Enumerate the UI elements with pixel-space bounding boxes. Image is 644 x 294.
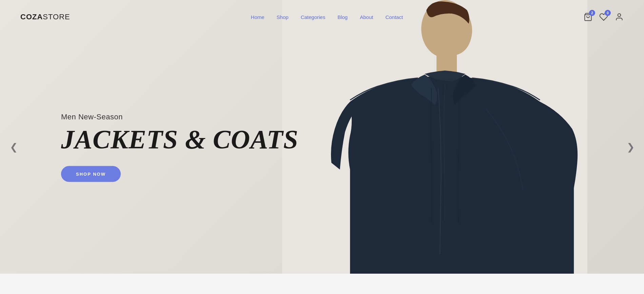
user-icon [615,13,624,21]
chevron-left-icon: ❮ [10,141,18,153]
site-header: COZA STORE Home Shop Categories Blog Abo… [0,0,644,34]
svg-point-1 [618,14,621,17]
main-nav: Home Shop Categories Blog About Contact [251,14,403,20]
logo-light: STORE [43,13,70,21]
next-slide-button[interactable]: ❯ [624,140,637,154]
hero-section: Men New-Season JACKETS & COATS SHOP NOW … [0,0,644,294]
nav-contact[interactable]: Contact [385,14,403,20]
bottom-strip [0,274,644,294]
nav-blog[interactable]: Blog [337,14,348,20]
logo[interactable]: COZA STORE [20,13,70,21]
cart-button[interactable]: 2 [584,13,592,21]
user-button[interactable] [615,13,624,21]
hero-content: Men New-Season JACKETS & COATS SHOP NOW [61,112,298,182]
nav-shop[interactable]: Shop [277,14,289,20]
header-actions: 2 0 [584,13,624,21]
shop-now-button[interactable]: SHOP NOW [61,166,121,182]
prev-slide-button[interactable]: ❮ [7,140,20,154]
nav-about[interactable]: About [360,14,373,20]
wishlist-badge: 0 [605,10,611,16]
nav-categories[interactable]: Categories [301,14,326,20]
chevron-right-icon: ❯ [627,141,635,153]
hero-subtitle: Men New-Season [61,112,298,121]
svg-rect-4 [436,53,457,73]
logo-bold: COZA [20,13,43,21]
cart-badge: 2 [589,10,595,16]
hero-title: JACKETS & COATS [61,126,298,152]
nav-home[interactable]: Home [251,14,265,20]
wishlist-button[interactable]: 0 [599,13,608,21]
